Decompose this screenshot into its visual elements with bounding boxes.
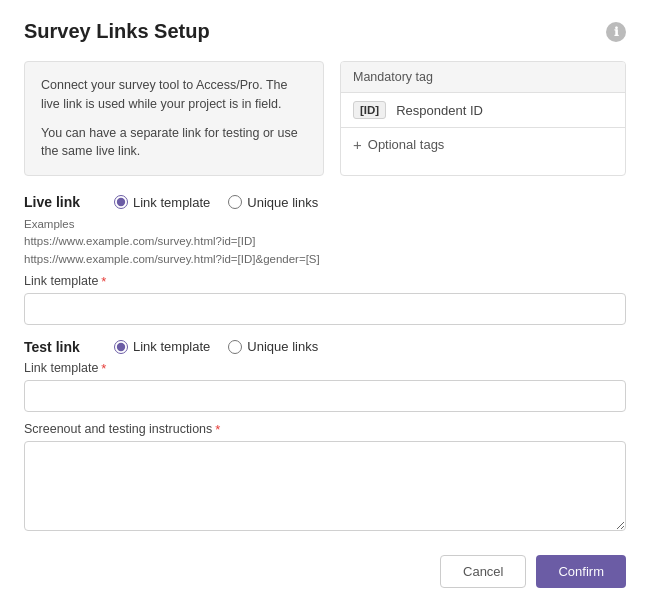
test-link-title: Test link bbox=[24, 339, 94, 355]
live-link-radio-group: Link template Unique links bbox=[114, 195, 318, 210]
live-unique-links-radio[interactable] bbox=[228, 195, 242, 209]
test-link-required-star: * bbox=[101, 361, 106, 376]
live-link-section: Live link Link template Unique links Exa… bbox=[24, 194, 626, 325]
optional-tags-label: Optional tags bbox=[368, 137, 445, 152]
tag-id-label: Respondent ID bbox=[396, 103, 483, 118]
live-link-input[interactable] bbox=[24, 293, 626, 325]
live-unique-links-label: Unique links bbox=[247, 195, 318, 210]
live-link-required-star: * bbox=[101, 274, 106, 289]
screenout-textarea[interactable] bbox=[24, 441, 626, 531]
test-link-template-option[interactable]: Link template bbox=[114, 339, 210, 354]
confirm-button[interactable]: Confirm bbox=[536, 555, 626, 588]
live-link-header: Live link Link template Unique links bbox=[24, 194, 626, 210]
tag-id-row: [ID] Respondent ID bbox=[341, 93, 625, 128]
page-title: Survey Links Setup bbox=[24, 20, 210, 43]
top-section: Connect your survey tool to Access/Pro. … bbox=[24, 61, 626, 176]
live-link-template-label: Link template bbox=[133, 195, 210, 210]
example2: https://www.example.com/survey.html?id=[… bbox=[24, 253, 320, 265]
screenout-required-star: * bbox=[215, 422, 220, 437]
examples-label: Examples bbox=[24, 218, 75, 230]
info-line2: You can have a separate link for testing… bbox=[41, 124, 307, 162]
optional-tags-button[interactable]: + Optional tags bbox=[341, 128, 625, 161]
live-link-template-option[interactable]: Link template bbox=[114, 195, 210, 210]
test-unique-links-radio[interactable] bbox=[228, 340, 242, 354]
screenout-label: Screenout and testing instructions * bbox=[24, 422, 626, 437]
page-header: Survey Links Setup ℹ bbox=[24, 20, 626, 43]
examples-block: Examples https://www.example.com/survey.… bbox=[24, 216, 626, 268]
mandatory-tag-header: Mandatory tag bbox=[341, 62, 625, 93]
live-link-title: Live link bbox=[24, 194, 94, 210]
live-link-field-label: Link template * bbox=[24, 274, 626, 289]
info-line1: Connect your survey tool to Access/Pro. … bbox=[41, 76, 307, 114]
info-icon[interactable]: ℹ bbox=[606, 22, 626, 42]
test-unique-links-option[interactable]: Unique links bbox=[228, 339, 318, 354]
test-unique-links-label: Unique links bbox=[247, 339, 318, 354]
info-box: Connect your survey tool to Access/Pro. … bbox=[24, 61, 324, 176]
test-link-radio-group: Link template Unique links bbox=[114, 339, 318, 354]
test-link-template-radio[interactable] bbox=[114, 340, 128, 354]
test-link-input[interactable] bbox=[24, 380, 626, 412]
live-unique-links-option[interactable]: Unique links bbox=[228, 195, 318, 210]
test-link-section: Test link Link template Unique links Lin… bbox=[24, 339, 626, 412]
example1: https://www.example.com/survey.html?id=[… bbox=[24, 235, 255, 247]
test-link-header: Test link Link template Unique links bbox=[24, 339, 626, 355]
tags-box: Mandatory tag [ID] Respondent ID + Optio… bbox=[340, 61, 626, 176]
tag-id-badge: [ID] bbox=[353, 101, 386, 119]
plus-icon: + bbox=[353, 136, 362, 153]
footer: Cancel Confirm bbox=[24, 545, 626, 588]
screenout-section: Screenout and testing instructions * bbox=[24, 422, 626, 535]
cancel-button[interactable]: Cancel bbox=[440, 555, 526, 588]
live-link-template-radio[interactable] bbox=[114, 195, 128, 209]
test-link-template-label: Link template bbox=[133, 339, 210, 354]
test-link-field-label: Link template * bbox=[24, 361, 626, 376]
